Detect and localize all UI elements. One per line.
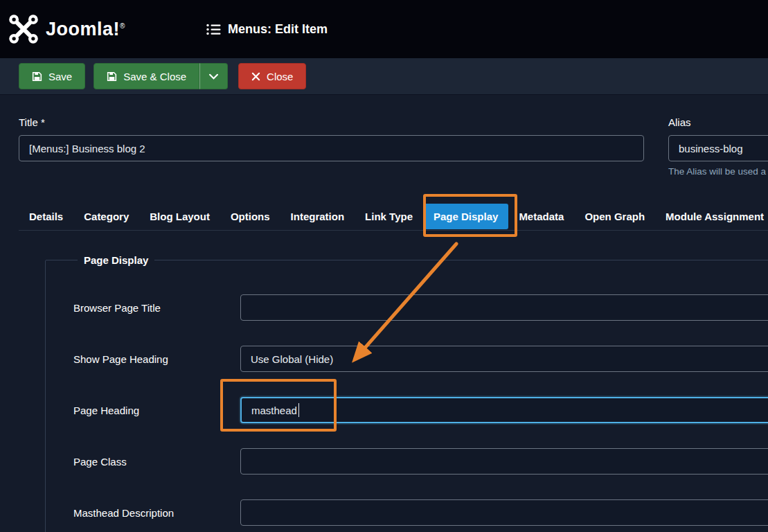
tab-metadata[interactable]: Metadata (508, 204, 574, 229)
text-cursor (298, 403, 300, 417)
page-heading-input[interactable]: masthead (240, 397, 768, 423)
tab-details[interactable]: Details (19, 204, 73, 229)
floppy-disk-icon (32, 71, 42, 82)
save-button[interactable]: Save (19, 63, 85, 89)
tab-options[interactable]: Options (220, 204, 280, 229)
page-display-legend: Page Display (78, 254, 154, 266)
browser-page-title-input[interactable] (240, 294, 768, 321)
masthead-description-row: Masthead Description (73, 499, 768, 526)
toolbar: Save Save & Close (0, 58, 768, 95)
masthead-description-label: Masthead Description (73, 507, 240, 519)
save-and-close-button[interactable]: Save & Close (93, 63, 199, 89)
page-heading-row: Page Heading masthead (73, 397, 768, 423)
menu-list-icon (206, 24, 221, 35)
tab-open-graph[interactable]: Open Graph (574, 204, 655, 229)
top-header: Joomla!® Menus: Edit Item (0, 0, 768, 58)
save-button-label: Save (48, 71, 72, 82)
page-heading-label: Page Heading (73, 405, 240, 416)
registered-mark: ® (120, 22, 125, 30)
masthead-description-input[interactable] (240, 499, 768, 526)
tab-link-type[interactable]: Link Type (355, 204, 423, 229)
page-class-input[interactable] (240, 448, 768, 475)
joomla-logo-link[interactable]: Joomla!® (8, 14, 125, 44)
title-input[interactable] (19, 135, 644, 161)
page-display-panel: Page Display Browser Page Title Show Pag… (45, 254, 768, 532)
title-label: Title * (19, 116, 45, 128)
alias-label: Alias (668, 116, 691, 128)
logo-wordmark: Joomla!® (46, 19, 125, 40)
x-icon (251, 72, 260, 81)
chevron-down-icon (209, 73, 218, 80)
show-page-heading-label: Show Page Heading (73, 353, 240, 365)
joomla-logo-icon (8, 14, 39, 44)
show-page-heading-selected-value: Use Global (Hide) (251, 353, 333, 365)
floppy-disk-icon (107, 71, 117, 82)
page-class-label: Page Class (73, 456, 240, 468)
alias-input[interactable] (668, 135, 768, 161)
tab-page-display[interactable]: Page Display (423, 204, 508, 229)
tab-category[interactable]: Category (73, 204, 139, 229)
tab-integration[interactable]: Integration (280, 204, 355, 229)
close-button-label: Close (267, 71, 293, 82)
save-options-dropdown-toggle[interactable] (199, 63, 228, 89)
browser-page-title-row: Browser Page Title (73, 294, 768, 321)
show-page-heading-select[interactable]: Use Global (Hide) (240, 346, 768, 372)
edit-item-tab-bar: Details Category Blog Layout Options Int… (19, 203, 768, 231)
tab-module-assignment[interactable]: Module Assignment (655, 204, 768, 229)
save-close-split-button: Save & Close (93, 63, 228, 89)
close-button[interactable]: Close (238, 63, 306, 89)
page-title: Menus: Edit Item (228, 22, 328, 37)
page-title-group: Menus: Edit Item (206, 0, 328, 58)
show-page-heading-row: Show Page Heading Use Global (Hide) (73, 346, 768, 372)
tab-blog-layout[interactable]: Blog Layout (139, 204, 220, 229)
page-class-row: Page Class (73, 448, 768, 475)
page-heading-value: masthead (251, 405, 297, 416)
save-and-close-label: Save & Close (123, 71, 186, 82)
joomla-admin-edit-menu-item: { "header": { "logo_text": "Joomla!", "l… (0, 0, 768, 532)
browser-page-title-label: Browser Page Title (73, 302, 240, 314)
alias-help-text: The Alias will be used a (668, 166, 766, 177)
